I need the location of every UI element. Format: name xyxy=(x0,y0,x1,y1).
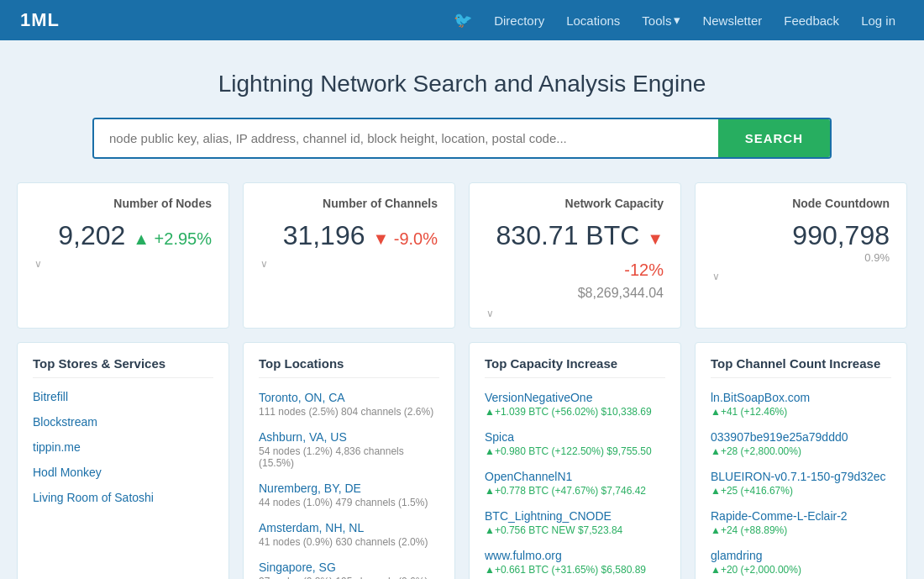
store-living-room[interactable]: Living Room of Satoshi xyxy=(33,491,213,504)
list-item: Toronto, ON, CA 111 nodes (2.5%) 804 cha… xyxy=(259,390,439,418)
panel-capacity-title: Top Capacity Increase xyxy=(485,356,665,378)
brand-logo[interactable]: 1ML xyxy=(20,9,60,31)
panels-row: Top Stores & Services Bitrefill Blockstr… xyxy=(0,342,924,579)
stat-channels-value: 31,196 ▼ -9.0% xyxy=(260,220,438,251)
nav-locations[interactable]: Locations xyxy=(558,10,628,31)
panel-locations-title: Top Locations xyxy=(259,356,439,378)
stat-nodes-expand[interactable]: ∨ xyxy=(34,258,212,270)
cc-033907-sub: ▲+28 (+2,800.00%) xyxy=(711,445,891,457)
stats-row: Number of Nodes 9,202 ▲ +2.95% ∨ Number … xyxy=(0,182,924,342)
list-item: BTC_Lightning_CNODE ▲+0.756 BTC NEW $7,5… xyxy=(485,508,665,536)
cap-fulmo-sub: ▲+0.661 BTC (+31.65%) $6,580.89 xyxy=(485,564,665,576)
arrow-up-icon: ▲ xyxy=(133,229,150,248)
panel-stores-title: Top Stores & Services xyxy=(33,356,213,378)
stat-channels-label: Number of Channels xyxy=(260,197,438,210)
panel-channel-count: Top Channel Count Increase ln.BitSoapBox… xyxy=(695,342,907,579)
store-bitrefill[interactable]: Bitrefill xyxy=(33,390,213,403)
cc-rapide-sub: ▲+24 (+88.89%) xyxy=(711,524,891,536)
cc-bitsoapbox-sub: ▲+41 (+12.46%) xyxy=(711,406,891,418)
cap-spica[interactable]: Spica xyxy=(485,430,514,444)
hero-section: Lightning Network Search and Analysis En… xyxy=(0,40,924,182)
page-title: Lightning Network Search and Analysis En… xyxy=(17,71,907,97)
cap-btc-lightning-sub: ▲+0.756 BTC NEW $7,523.84 xyxy=(485,524,665,536)
stat-nodes: Number of Nodes 9,202 ▲ +2.95% ∨ xyxy=(17,182,229,329)
stat-countdown-expand[interactable]: ∨ xyxy=(712,271,890,282)
cc-033907[interactable]: 033907be919e25a79ddd0 xyxy=(711,430,848,444)
list-item: OpenChannelN1 ▲+0.778 BTC (+47.67%) $7,7… xyxy=(485,469,665,497)
navbar: 1ML 🐦 Directory Locations Tools ▾ Newsle… xyxy=(0,0,924,40)
cc-rapide[interactable]: Rapide-Comme-L-Eclair-2 xyxy=(711,509,848,523)
stat-channels-expand[interactable]: ∨ xyxy=(260,258,438,270)
store-tippin[interactable]: tippin.me xyxy=(33,440,213,454)
cap-versionnegativeone[interactable]: VersionNegativeOne xyxy=(485,391,592,404)
list-item: BLUEIRON-v0.7.1-150-g79d32ec ▲+25 (+416.… xyxy=(711,469,891,497)
cc-glamdring[interactable]: glamdring xyxy=(711,549,762,562)
cap-btc-lightning[interactable]: BTC_Lightning_CNODE xyxy=(485,509,612,523)
location-toronto-sub: 111 nodes (2.5%) 804 channels (2.6%) xyxy=(259,406,439,418)
panel-stores: Top Stores & Services Bitrefill Blockstr… xyxy=(17,342,229,579)
panel-locations: Top Locations Toronto, ON, CA 111 nodes … xyxy=(243,342,455,579)
nav-tools[interactable]: Tools ▾ xyxy=(633,9,689,31)
store-blockstream[interactable]: Blockstream xyxy=(33,415,213,429)
store-hodl-monkey[interactable]: Hodl Monkey xyxy=(33,466,213,479)
stat-countdown-label: Node Countdown xyxy=(712,197,890,210)
nav-directory[interactable]: Directory xyxy=(486,10,553,31)
stat-nodes-label: Number of Nodes xyxy=(34,197,212,210)
location-ashburn-sub: 54 nodes (1.2%) 4,836 channels (15.5%) xyxy=(259,445,439,469)
search-bar: SEARCH xyxy=(92,118,832,159)
nav-feedback[interactable]: Feedback xyxy=(775,10,848,31)
location-amsterdam-sub: 41 nodes (0.9%) 630 channels (2.0%) xyxy=(259,536,439,548)
location-ashburn[interactable]: Ashburn, VA, US xyxy=(259,430,347,444)
cap-openchanneln1[interactable]: OpenChannelN1 xyxy=(485,470,572,483)
list-item: ln.BitSoapBox.com ▲+41 (+12.46%) xyxy=(711,390,891,418)
panel-capacity: Top Capacity Increase VersionNegativeOne… xyxy=(469,342,681,579)
list-item: Rapide-Comme-L-Eclair-2 ▲+24 (+88.89%) xyxy=(711,508,891,536)
stat-channels: Number of Channels 31,196 ▼ -9.0% ∨ xyxy=(243,182,455,329)
location-amsterdam[interactable]: Amsterdam, NH, NL xyxy=(259,521,364,534)
stat-capacity: Network Capacity 830.71 BTC ▼ -12% $8,26… xyxy=(469,182,681,329)
cc-glamdring-sub: ▲+20 (+2,000.00%) xyxy=(711,564,891,576)
cc-bitsoapbox[interactable]: ln.BitSoapBox.com xyxy=(711,391,810,404)
arrow-down-icon-2: ▼ xyxy=(647,229,664,248)
location-singapore[interactable]: Singapore, SG xyxy=(259,561,336,574)
cap-fulmo[interactable]: www.fulmo.org xyxy=(485,549,562,562)
list-item: Singapore, SG 37 nodes (0.8%) 195 channe… xyxy=(259,560,439,579)
stat-countdown: Node Countdown 990,798 0.9% ∨ xyxy=(695,182,907,329)
list-item: glamdring ▲+20 (+2,000.00%) xyxy=(711,548,891,576)
chevron-down-icon: ▾ xyxy=(674,13,680,28)
arrow-down-icon: ▼ xyxy=(372,229,389,248)
search-button[interactable]: SEARCH xyxy=(718,119,830,157)
location-nuremberg-sub: 44 nodes (1.0%) 479 channels (1.5%) xyxy=(259,497,439,508)
cc-blueiron[interactable]: BLUEIRON-v0.7.1-150-g79d32ec xyxy=(711,470,886,483)
list-item: Amsterdam, NH, NL 41 nodes (0.9%) 630 ch… xyxy=(259,520,439,548)
list-item: VersionNegativeOne ▲+1.039 BTC (+56.02%)… xyxy=(485,390,665,418)
nav-login[interactable]: Log in xyxy=(853,10,904,31)
location-nuremberg[interactable]: Nuremberg, BY, DE xyxy=(259,482,361,495)
stat-countdown-pct: 0.9% xyxy=(712,251,890,264)
list-item: www.fulmo.org ▲+0.661 BTC (+31.65%) $6,5… xyxy=(485,548,665,576)
cap-spica-sub: ▲+0.980 BTC (+122.50%) $9,755.50 xyxy=(485,445,665,457)
list-item: 033907be919e25a79ddd0 ▲+28 (+2,800.00%) xyxy=(711,429,891,457)
list-item: Nuremberg, BY, DE 44 nodes (1.0%) 479 ch… xyxy=(259,481,439,508)
stat-capacity-value: 830.71 BTC ▼ -12% xyxy=(486,220,664,282)
stat-capacity-expand[interactable]: ∨ xyxy=(486,308,664,319)
stat-capacity-label: Network Capacity xyxy=(486,197,664,210)
stat-nodes-change: ▲ +2.95% xyxy=(133,229,212,248)
nav-newsletter[interactable]: Newsletter xyxy=(694,10,770,31)
location-toronto[interactable]: Toronto, ON, CA xyxy=(259,391,345,404)
search-input[interactable] xyxy=(94,119,718,157)
cc-blueiron-sub: ▲+25 (+416.67%) xyxy=(711,485,891,497)
stat-capacity-usd: $8,269,344.04 xyxy=(486,286,664,301)
list-item: Spica ▲+0.980 BTC (+122.50%) $9,755.50 xyxy=(485,429,665,457)
nav-links: 🐦 Directory Locations Tools ▾ Newsletter… xyxy=(445,8,904,33)
stat-nodes-value: 9,202 ▲ +2.95% xyxy=(34,220,212,251)
twitter-icon[interactable]: 🐦 xyxy=(445,8,480,33)
stat-channels-change: ▼ -9.0% xyxy=(372,229,438,248)
stat-countdown-value: 990,798 xyxy=(712,220,890,251)
cap-openchanneln1-sub: ▲+0.778 BTC (+47.67%) $7,746.42 xyxy=(485,485,665,497)
location-singapore-sub: 37 nodes (0.8%) 195 channels (0.6%) xyxy=(259,576,439,579)
list-item: Ashburn, VA, US 54 nodes (1.2%) 4,836 ch… xyxy=(259,429,439,469)
panel-channel-count-title: Top Channel Count Increase xyxy=(711,356,891,378)
cap-versionnegativeone-sub: ▲+1.039 BTC (+56.02%) $10,338.69 xyxy=(485,406,665,418)
